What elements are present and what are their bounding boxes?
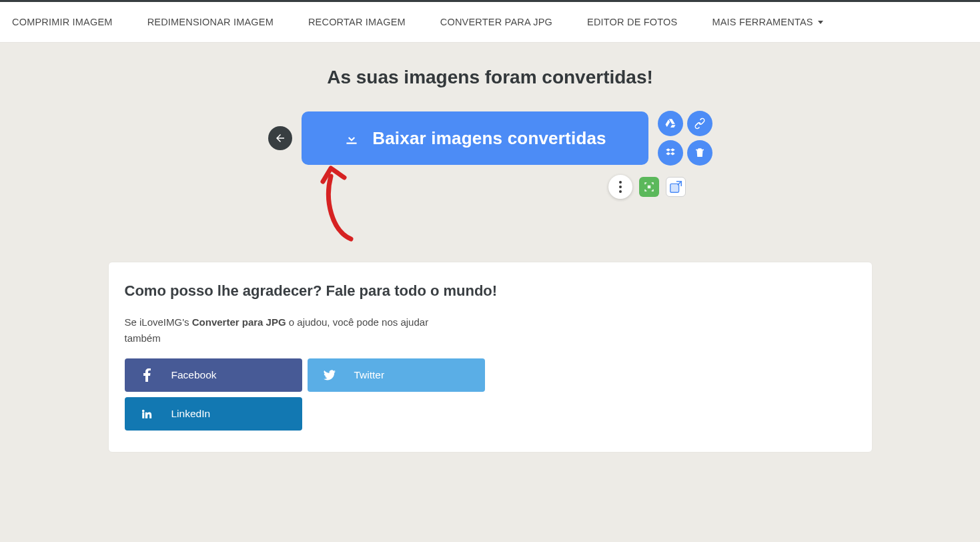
share-card: Como posso lhe agradecer? Fale para todo… — [108, 262, 873, 453]
image-resize-icon — [668, 180, 683, 194]
more-vertical-icon — [619, 181, 622, 193]
page-title: As suas imagens foram convertidas! — [0, 67, 980, 88]
compress-icon — [643, 181, 655, 193]
back-button[interactable] — [268, 126, 292, 150]
cloud-actions — [658, 111, 712, 166]
nav-resize[interactable]: REDIMENSIONAR IMAGEM — [147, 17, 274, 27]
twitter-label: Twitter — [354, 369, 385, 381]
more-options-button[interactable] — [608, 175, 632, 199]
nav-compress[interactable]: COMPRIMIR IMAGEM — [12, 17, 113, 27]
resize-tool-button[interactable] — [666, 177, 686, 197]
link-icon — [694, 117, 706, 129]
secondary-tools — [608, 175, 686, 199]
arrow-left-icon — [274, 132, 286, 144]
nav-more-tools[interactable]: MAIS FERRAMENTAS — [712, 17, 823, 27]
facebook-icon — [141, 369, 153, 381]
nav-photo-editor[interactable]: EDITOR DE FOTOS — [587, 17, 677, 27]
nav-convert-jpg[interactable]: CONVERTER PARA JPG — [440, 17, 552, 27]
share-twitter-button[interactable]: Twitter — [308, 358, 485, 392]
chevron-down-icon — [818, 21, 823, 24]
compress-tool-button[interactable] — [639, 177, 659, 197]
main-nav: COMPRIMIR IMAGEM REDIMENSIONAR IMAGEM RE… — [0, 2, 980, 43]
twitter-icon — [324, 369, 336, 381]
nav-more-tools-label: MAIS FERRAMENTAS — [712, 17, 813, 27]
share-sub-bold: Converter para JPG — [192, 316, 286, 328]
google-drive-icon — [664, 117, 676, 129]
share-sub-pre: Se iLoveIMG's — [125, 316, 192, 328]
dropbox-icon — [664, 147, 676, 159]
copy-link-button[interactable] — [687, 111, 712, 136]
share-facebook-button[interactable]: Facebook — [125, 358, 302, 392]
svg-rect-0 — [670, 184, 678, 192]
download-button[interactable]: Baixar imagens convertidas — [302, 111, 648, 165]
download-icon — [343, 129, 360, 147]
download-label: Baixar imagens convertidas — [372, 128, 606, 149]
save-dropbox-button[interactable] — [658, 140, 683, 166]
nav-crop[interactable]: RECORTAR IMAGEM — [308, 17, 406, 27]
save-drive-button[interactable] — [658, 111, 683, 136]
linkedin-icon — [141, 408, 153, 420]
facebook-label: Facebook — [171, 369, 217, 381]
linkedin-label: LinkedIn — [171, 408, 211, 420]
share-card-title: Como posso lhe agradecer? Fale para todo… — [125, 282, 856, 300]
share-card-subtitle: Se iLoveIMG's Converter para JPG o ajudo… — [125, 314, 458, 346]
share-linkedin-button[interactable]: LinkedIn — [125, 397, 302, 431]
delete-button[interactable] — [687, 140, 712, 166]
trash-icon — [694, 147, 706, 159]
